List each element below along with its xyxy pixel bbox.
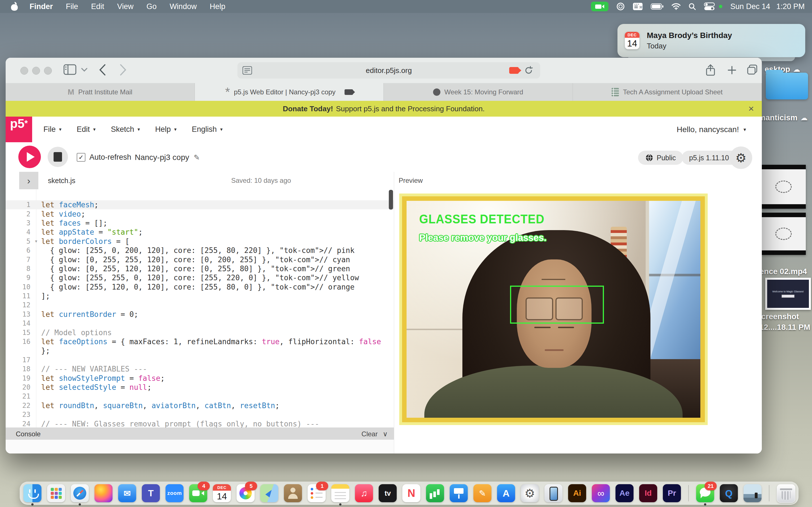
- tab-overview-icon[interactable]: [747, 64, 758, 75]
- banner-close-icon[interactable]: ×: [748, 103, 754, 114]
- dock-item-creativecloud[interactable]: ∞: [592, 484, 610, 502]
- dock-item-mail[interactable]: ✉: [118, 484, 136, 502]
- desktop-video-thumbnail[interactable]: [761, 213, 806, 255]
- sidebar-toggle-icon[interactable]: [63, 64, 77, 75]
- window-close-button[interactable]: [20, 67, 28, 75]
- code-line[interactable]: 23: [6, 410, 394, 419]
- menu-bar-clock[interactable]: Sun Dec 14 1:20 PM: [730, 2, 805, 11]
- dock-item-trash[interactable]: [777, 484, 795, 502]
- console-bar[interactable]: Console Clear ∨: [6, 428, 394, 440]
- sidebar-chevron-icon[interactable]: [81, 68, 87, 72]
- menu-item-finder[interactable]: Finder: [23, 2, 59, 11]
- settings-gear-button[interactable]: ⚙: [730, 147, 752, 169]
- notification-banner[interactable]: DEC 14 Maya Brody’s Birthday Today: [617, 24, 805, 57]
- wifi-icon[interactable]: [672, 3, 680, 10]
- apple-menu-icon[interactable]: [11, 2, 18, 11]
- dock-item-appstore[interactable]: A: [497, 484, 515, 502]
- code-line[interactable]: 8 { glow: [0, 255, 120, 120], core: [0, …: [6, 264, 394, 273]
- address-bar[interactable]: editor.p5js.org: [238, 62, 540, 78]
- dock-item-launchpad[interactable]: [47, 484, 65, 502]
- window-zoom-button[interactable]: [44, 67, 52, 75]
- fold-arrow-icon[interactable]: ▼: [35, 239, 37, 243]
- spotlight-search-icon[interactable]: [689, 3, 696, 10]
- code-line[interactable]: 6 { glow: [255, 0, 200, 120], core: [255…: [6, 246, 394, 255]
- code-line[interactable]: 19let showStylePrompt = false;: [6, 374, 394, 383]
- keyboard-switcher-icon[interactable]: ⌘: [633, 3, 643, 10]
- sidebar-collapse-button[interactable]: ›: [19, 172, 38, 189]
- menu-item-help[interactable]: Help: [203, 2, 232, 11]
- back-button-icon[interactable]: [99, 64, 106, 76]
- dock-item-pages[interactable]: ✎: [473, 484, 492, 502]
- code-line[interactable]: 21: [6, 392, 394, 401]
- code-line[interactable]: 15// Model options: [6, 328, 394, 337]
- dock-item-numbers[interactable]: [426, 484, 444, 502]
- control-center-icon[interactable]: [704, 2, 715, 11]
- play-button[interactable]: [18, 146, 41, 168]
- dock-item-photos[interactable]: 5: [237, 484, 255, 502]
- dock-item-iphone[interactable]: [545, 484, 562, 502]
- desktop-screenshot-label[interactable]: creenshot: [761, 312, 799, 321]
- code-line[interactable]: 1let faceMesh;: [6, 200, 394, 209]
- forward-button-icon[interactable]: [119, 64, 127, 76]
- dock-item-zoom[interactable]: zoom: [165, 484, 184, 502]
- editor-scrollbar[interactable]: [389, 190, 393, 210]
- dock-item-facetime[interactable]: 4: [189, 484, 207, 502]
- menu-item-window[interactable]: Window: [163, 2, 203, 11]
- dock-item-reminders[interactable]: 1: [308, 484, 326, 502]
- desktop-video-label[interactable]: ence 02.mp4: [760, 267, 807, 276]
- code-line[interactable]: 18// --- NEW VARIABLES ---: [6, 364, 394, 374]
- code-line[interactable]: 14: [6, 319, 394, 328]
- dock-item-illustrator[interactable]: Ai: [568, 484, 586, 502]
- dock-item-finder[interactable]: [23, 484, 42, 502]
- window-minimize-button[interactable]: [32, 67, 40, 75]
- code-editor[interactable]: 1let faceMesh;2let video;3let faces = []…: [6, 189, 394, 428]
- code-line[interactable]: 22let roundBtn, squareBtn, aviatorBtn, c…: [6, 401, 394, 410]
- battery-icon[interactable]: [651, 3, 664, 10]
- browser-tab[interactable]: *p5.js Web Editor | Nancy-pj3 copy: [195, 83, 384, 101]
- code-line[interactable]: 2let video;: [6, 209, 394, 218]
- code-line[interactable]: 13let currentBorder = 0;: [6, 310, 394, 319]
- dock-item-news[interactable]: N: [402, 484, 420, 502]
- browser-tab[interactable]: Tech A Assignment Upload Sheet: [573, 83, 762, 101]
- code-line[interactable]: 3let faces = [];: [6, 219, 394, 228]
- edit-name-icon[interactable]: ✎: [194, 153, 200, 162]
- p5-menu-file[interactable]: File▾: [43, 125, 61, 134]
- account-menu[interactable]: Hello, nancyscan! ▾: [677, 117, 746, 142]
- dock-item-maps[interactable]: [260, 484, 278, 502]
- dock-item-settings[interactable]: ⚙: [521, 484, 539, 502]
- dock-item-contacts[interactable]: [284, 484, 302, 502]
- dock-item-teams[interactable]: T: [142, 484, 160, 502]
- console-clear-button[interactable]: Clear: [361, 430, 377, 438]
- creative-cloud-menu-icon[interactable]: [616, 2, 625, 11]
- file-tab-sketchjs[interactable]: sketch.js: [48, 172, 75, 189]
- stop-button[interactable]: [48, 147, 68, 167]
- menu-item-edit[interactable]: Edit: [85, 2, 111, 11]
- p5-menu-help[interactable]: Help▾: [155, 125, 176, 134]
- dock-item-indesign[interactable]: Id: [639, 484, 657, 502]
- p5-menu-edit[interactable]: Edit▾: [77, 125, 96, 134]
- code-line[interactable]: 4let appState = "start";: [6, 228, 394, 237]
- code-line[interactable]: 7 { glow: [0, 255, 255, 120], core: [0, …: [6, 255, 394, 264]
- menu-item-file[interactable]: File: [59, 2, 85, 11]
- menu-item-view[interactable]: View: [111, 2, 140, 11]
- public-badge[interactable]: Public: [638, 151, 683, 165]
- code-line[interactable]: 11];: [6, 291, 394, 300]
- p5-logo[interactable]: p5*: [6, 117, 32, 142]
- desktop-folder-icon[interactable]: [766, 73, 808, 100]
- dock-item-calendar[interactable]: DEC14: [213, 484, 231, 502]
- p5-menu-sketch[interactable]: Sketch▾: [111, 125, 140, 134]
- code-line[interactable]: 12: [6, 300, 394, 309]
- code-line[interactable]: 16let faceOptions = { maxFaces: 1, refin…: [6, 337, 394, 346]
- code-line[interactable]: 10 { glow: [255, 120, 0, 120], core: [25…: [6, 283, 394, 291]
- share-icon[interactable]: [705, 64, 716, 76]
- dock-item-quicktime[interactable]: Q: [720, 484, 738, 502]
- new-tab-icon[interactable]: [727, 66, 737, 75]
- dock-item-messages[interactable]: 21: [696, 484, 714, 502]
- code-line[interactable]: 20let selectedStyle = null;: [6, 383, 394, 392]
- dock-item-safari[interactable]: [71, 484, 89, 502]
- code-line[interactable]: 9 { glow: [255, 255, 0, 120], core: [255…: [6, 273, 394, 282]
- console-collapse-icon[interactable]: ∨: [383, 430, 388, 438]
- code-line[interactable]: 5▼let borderColors = [: [6, 237, 394, 246]
- code-line[interactable]: 24// --- NEW: Glasses removal prompt (fl…: [6, 419, 394, 428]
- desktop-screenshot-label[interactable]: -12....18.11 PM: [757, 323, 810, 332]
